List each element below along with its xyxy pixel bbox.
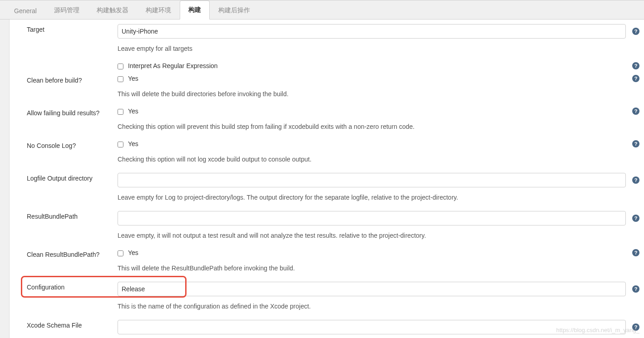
target-input[interactable] [118, 24, 626, 39]
allow-failing-checkbox[interactable] [118, 109, 123, 115]
help-icon[interactable]: ? [632, 62, 639, 69]
target-description: Leave empty for all targets [118, 39, 192, 54]
regex-label: Interpret As Regular Expression [128, 62, 218, 69]
schema-label: Xcode Schema File [27, 320, 118, 329]
configuration-label: Configuration [27, 282, 118, 291]
target-label: Target [27, 24, 118, 33]
tabs-bar: General 源码管理 构建触发器 构建环境 构建 构建后操作 [0, 0, 644, 20]
help-icon[interactable]: ? [632, 215, 639, 222]
clean-result-checkbox[interactable] [118, 250, 123, 256]
logfile-description: Leave empty for Log to project-directory… [118, 188, 458, 203]
allow-failing-yes: Yes [128, 108, 138, 115]
resultbundle-input[interactable] [118, 211, 626, 225]
tab-general[interactable]: General [5, 2, 45, 20]
help-icon[interactable]: ? [632, 75, 639, 82]
resultbundle-label: ResultBundlePath [27, 211, 118, 220]
clean-result-yes: Yes [128, 249, 138, 256]
clean-before-label: Clean before build? [27, 75, 118, 84]
configuration-description: This is the name of the configuration as… [118, 297, 311, 312]
no-console-checkbox[interactable] [118, 142, 123, 147]
clean-result-description: This will delete the ResultBundlePath be… [118, 259, 295, 274]
regex-checkbox[interactable] [118, 64, 123, 69]
tab-env[interactable]: 构建环境 [137, 1, 180, 20]
help-icon[interactable]: ? [632, 28, 639, 35]
clean-before-yes: Yes [128, 75, 138, 82]
allow-failing-description: Checking this option will prevent this b… [118, 118, 414, 132]
build-config-form: Target ? Leave empty for all targets Int… [9, 20, 644, 338]
tab-postbuild[interactable]: 构建后操作 [210, 1, 259, 20]
tab-scm[interactable]: 源码管理 [45, 1, 88, 20]
help-icon[interactable]: ? [632, 108, 639, 115]
logfile-input[interactable] [118, 173, 626, 187]
no-console-description: Checking this option will not log xcode … [118, 150, 311, 165]
help-icon[interactable]: ? [632, 323, 639, 331]
clean-result-label: Clean ResultBundlePath? [27, 249, 118, 258]
clean-before-checkbox[interactable] [118, 76, 123, 82]
tab-build[interactable]: 构建 [180, 0, 210, 20]
tab-triggers[interactable]: 构建触发器 [88, 1, 137, 20]
allow-failing-label: Allow failing build results? [27, 108, 118, 117]
no-console-yes: Yes [128, 140, 138, 147]
schema-description: Needed if you want to compile for a spec… [118, 335, 452, 338]
logfile-label: Logfile Output directory [27, 173, 118, 182]
help-icon[interactable]: ? [632, 285, 639, 293]
help-icon[interactable]: ? [632, 249, 639, 256]
clean-before-description: This will delete the build directories b… [118, 85, 289, 99]
no-console-label: No Console Log? [27, 140, 118, 149]
configuration-input[interactable] [118, 282, 626, 296]
help-icon[interactable]: ? [632, 176, 639, 184]
schema-input[interactable] [118, 320, 626, 334]
help-icon[interactable]: ? [632, 140, 639, 147]
resultbundle-description: Leave empty, it will not output a test r… [118, 226, 426, 241]
